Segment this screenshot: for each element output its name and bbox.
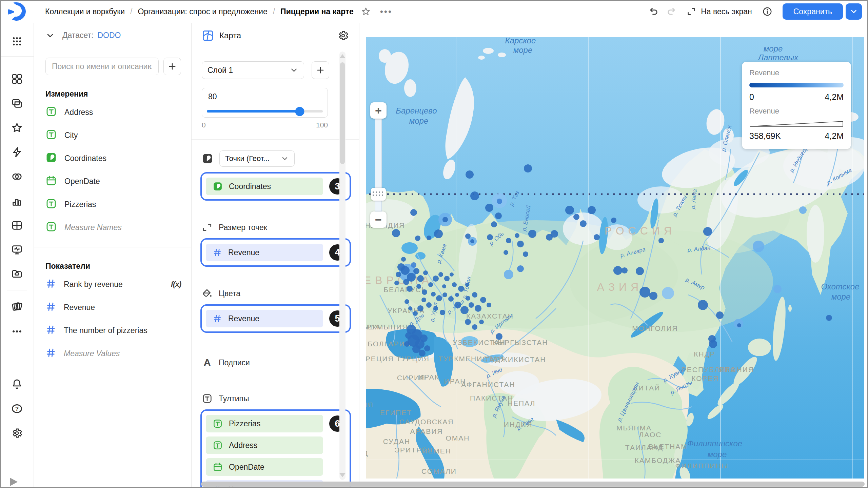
map-data-point[interactable] [472, 324, 477, 330]
map-data-point[interactable] [475, 305, 481, 312]
chip-opendate[interactable]: OpenDate [206, 458, 323, 476]
map-data-point[interactable] [662, 287, 674, 299]
panel-scrollbar[interactable] [339, 52, 346, 480]
field-address[interactable]: Address [34, 101, 191, 124]
map-data-point[interactable] [497, 199, 502, 204]
map-data-point[interactable] [485, 204, 493, 212]
chip-pizzerias[interactable]: Pizzerias [206, 415, 323, 432]
map-data-point[interactable] [397, 263, 405, 271]
map-data-point[interactable] [703, 227, 712, 236]
map-data-point[interactable] [580, 220, 587, 227]
map-data-point[interactable] [420, 334, 428, 342]
field-opendate[interactable]: OpenDate [34, 170, 191, 193]
map-data-point[interactable] [405, 299, 409, 304]
map-data-point[interactable] [460, 306, 469, 314]
fullscreen-button[interactable]: На весь экран [687, 7, 752, 16]
map-data-point[interactable] [528, 230, 536, 238]
map-data-point[interactable] [716, 311, 724, 319]
map-data-point[interactable] [404, 341, 410, 347]
chip-address[interactable]: Address [206, 436, 323, 454]
map-data-point[interactable] [442, 217, 448, 222]
map-data-point[interactable] [416, 284, 421, 289]
scroll-down-icon[interactable] [339, 473, 346, 477]
map-data-point[interactable] [470, 191, 479, 200]
horizontal-scrollbar[interactable] [201, 482, 865, 487]
map-data-point[interactable] [410, 209, 417, 216]
map-data-point[interactable] [428, 282, 433, 287]
chip-revenue-size[interactable]: Revenue [206, 244, 323, 261]
map-data-point[interactable] [442, 284, 446, 288]
undo-icon[interactable] [649, 6, 659, 17]
map-data-point[interactable] [424, 345, 430, 351]
map-data-point[interactable] [565, 206, 574, 215]
map-data-point[interactable] [551, 230, 558, 238]
map-data-point[interactable] [442, 292, 447, 297]
map-data-point[interactable] [431, 292, 436, 297]
map-data-point[interactable] [419, 350, 426, 357]
info-icon[interactable] [762, 6, 772, 17]
map-data-point[interactable] [427, 236, 431, 240]
map-data-point[interactable] [479, 320, 484, 324]
map-data-point[interactable] [515, 233, 519, 238]
map-data-point[interactable] [649, 292, 657, 300]
apps-menu-icon[interactable] [9, 34, 24, 49]
map-data-point[interactable] [588, 206, 596, 214]
map-data-point[interactable] [448, 296, 454, 302]
map-data-point[interactable] [434, 229, 443, 238]
field-coordinates[interactable]: Coordinates [34, 147, 191, 170]
map-data-point[interactable] [454, 302, 461, 308]
sidebar-item-favorites[interactable] [9, 120, 24, 135]
field-number-of-pizzerias[interactable]: The number of pizzerias [34, 319, 191, 342]
map-data-point[interactable] [466, 296, 470, 301]
sidebar-item-gallery[interactable] [9, 299, 24, 314]
map-data-point[interactable] [394, 281, 399, 285]
map-data-point[interactable] [826, 315, 832, 321]
save-button[interactable]: Сохранить [783, 3, 843, 20]
sidebar-item-storage[interactable] [9, 266, 24, 281]
map-data-point[interactable] [452, 282, 457, 287]
layer-select[interactable]: Слой 1 [202, 61, 304, 79]
map-data-point[interactable] [411, 262, 416, 268]
chip-coordinates[interactable]: Coordinates [206, 178, 323, 195]
map-data-point[interactable] [392, 229, 400, 237]
map-data-point[interactable] [408, 306, 412, 310]
map-data-point[interactable] [487, 303, 491, 307]
opacity-slider-track[interactable] [207, 110, 323, 113]
map-data-point[interactable] [636, 267, 644, 275]
map-data-point[interactable] [405, 332, 412, 339]
map-data-point[interactable] [433, 276, 439, 282]
map-data-point[interactable] [415, 236, 420, 241]
map-data-point[interactable] [753, 241, 764, 252]
map-data-point[interactable] [466, 170, 474, 179]
map-data-point[interactable] [613, 266, 622, 275]
field-measure-names[interactable]: Measure Names [34, 216, 191, 239]
map-data-point[interactable] [403, 279, 409, 285]
zoom-out-button[interactable]: − [370, 211, 387, 228]
zoom-in-button[interactable]: + [370, 102, 387, 119]
redo-icon[interactable] [666, 6, 676, 17]
map-data-point[interactable] [524, 164, 532, 172]
map-data-point[interactable] [594, 234, 600, 240]
map-data-point[interactable] [444, 276, 450, 281]
map-data-point[interactable] [438, 272, 443, 277]
map-data-point[interactable] [422, 289, 427, 295]
notifications-bell-icon[interactable] [9, 377, 24, 391]
map-data-point[interactable] [458, 286, 464, 292]
sidebar-item-connections[interactable] [9, 145, 24, 160]
map-data-point[interactable] [709, 340, 717, 348]
map-data-point[interactable] [773, 285, 782, 293]
sidebar-item-collections[interactable] [9, 96, 24, 111]
map-canvas[interactable]: ЕВРОПААЗИЯРОССИЯФИНЛЯНДИЯБЕЛАРУСЬУКРАИНА… [366, 37, 864, 479]
map-data-point[interactable] [417, 275, 424, 282]
opacity-value-input[interactable] [202, 92, 315, 101]
map-data-point[interactable] [465, 283, 469, 287]
map-data-point[interactable] [436, 295, 442, 301]
map-data-point[interactable] [440, 310, 445, 315]
map-data-point[interactable] [517, 265, 524, 272]
dataset-name-link[interactable]: DODO [97, 31, 121, 40]
map-data-point[interactable] [523, 251, 528, 257]
map-data-point[interactable] [470, 239, 474, 243]
field-revenue[interactable]: Revenue [34, 296, 191, 319]
map-data-point[interactable] [611, 218, 616, 223]
map-data-point[interactable] [465, 233, 471, 239]
